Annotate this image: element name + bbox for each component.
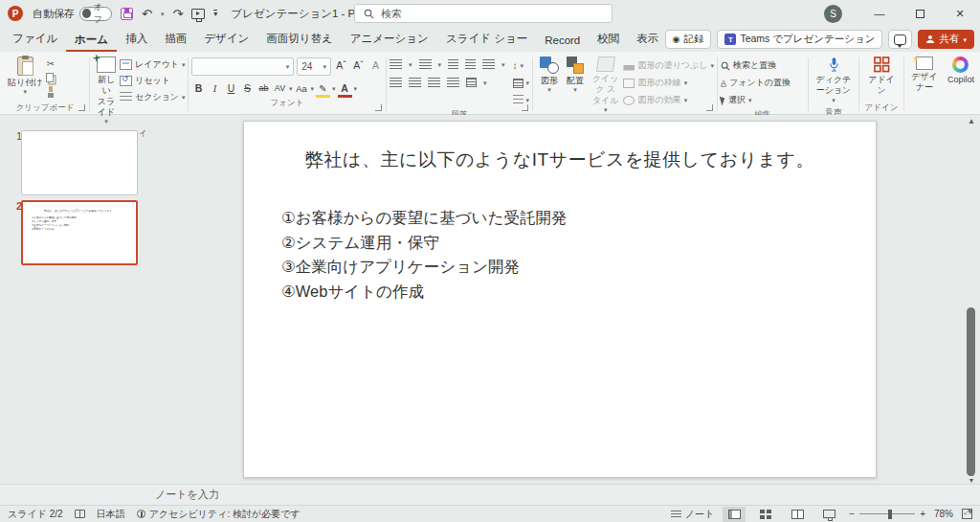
increase-indent-icon[interactable] xyxy=(465,59,476,69)
present-in-teams-button[interactable]: TTeams でプレゼンテーション xyxy=(717,30,882,49)
font-color-chevron-icon[interactable]: ▾ xyxy=(354,85,358,92)
cut-icon[interactable]: ✂ xyxy=(46,58,56,69)
quick-styles-button[interactable]: クイック スタイル ▾ xyxy=(588,55,623,115)
fit-slide-to-window-icon[interactable] xyxy=(962,509,972,519)
paste-button[interactable]: 貼り付け ▾ xyxy=(4,55,46,97)
tab-review[interactable]: 校閲 xyxy=(589,27,628,52)
thumbnail-slide-2[interactable]: 弊社は、主に以下のようなITサービスを提供しております。 ①お客様からの要望に基… xyxy=(21,200,138,265)
decrease-indent-icon[interactable] xyxy=(448,59,458,69)
select-button[interactable]: 選択▾ xyxy=(721,93,805,107)
tab-file[interactable]: ファイル xyxy=(4,27,66,52)
highlight-chevron-icon[interactable]: ▾ xyxy=(332,85,336,92)
align-center-icon[interactable] xyxy=(409,78,421,87)
bullets-icon[interactable] xyxy=(390,59,402,69)
share-button[interactable]: 共有 ▾ xyxy=(918,30,974,49)
reset-button[interactable]: リセット xyxy=(120,74,186,88)
next-slide-icon[interactable]: ▼ xyxy=(969,478,975,485)
minimize-button[interactable]: — xyxy=(859,0,900,27)
drawing-dialog-launcher-icon[interactable] xyxy=(706,104,713,111)
replace-fonts-button[interactable]: A̲フォントの置換 xyxy=(721,76,805,90)
account-avatar[interactable]: S xyxy=(824,5,842,23)
align-text-button[interactable]: ▾ xyxy=(513,76,530,90)
zoom-level[interactable]: 78% xyxy=(934,509,953,519)
zoom-out-icon[interactable]: − xyxy=(849,509,855,519)
tab-draw[interactable]: 描画 xyxy=(156,27,195,52)
clear-formatting-button[interactable]: A xyxy=(368,57,383,73)
scrollbar-track[interactable] xyxy=(964,127,979,461)
scroll-up-icon[interactable]: ▲ xyxy=(968,115,975,127)
thumbnail-slide-1[interactable] xyxy=(21,130,138,195)
tab-record[interactable]: Record xyxy=(536,30,589,52)
strikethrough-button[interactable]: ab xyxy=(256,80,271,96)
notes-pane[interactable]: ノートを入力 xyxy=(0,484,980,505)
addins-button[interactable]: アドイン xyxy=(862,55,901,99)
spell-check-button[interactable] xyxy=(75,510,85,518)
section-button[interactable]: セクション▾ xyxy=(120,90,186,104)
save-icon[interactable] xyxy=(121,8,133,20)
scrollbar-thumb[interactable] xyxy=(967,307,975,476)
clipboard-dialog-launcher-icon[interactable] xyxy=(78,104,85,111)
dictation-button[interactable]: ディクテーション ▾ xyxy=(812,55,856,105)
arrange-button[interactable]: 配置 ▾ xyxy=(563,55,588,95)
text-highlight-button[interactable]: ✎ xyxy=(316,80,330,96)
search-input[interactable]: 検索 xyxy=(354,4,612,23)
text-direction-button[interactable]: ↕▾ xyxy=(513,58,530,73)
tab-view[interactable]: 表示 xyxy=(628,27,667,52)
bold-button[interactable]: B xyxy=(191,80,206,96)
font-name-select[interactable]: ▾ xyxy=(191,57,294,76)
shrink-font-button[interactable]: Aˇ xyxy=(351,57,366,73)
zoom-track[interactable] xyxy=(859,513,915,514)
normal-view-button[interactable] xyxy=(723,507,746,522)
justify-icon[interactable] xyxy=(447,78,459,87)
shape-effects-button[interactable]: 図形の効果▾ xyxy=(623,93,714,107)
shadow-strike-button[interactable]: S xyxy=(240,80,255,96)
slideshow-view-button[interactable] xyxy=(817,507,840,522)
spacing-chevron-icon[interactable]: ▾ xyxy=(289,85,293,92)
align-right-icon[interactable] xyxy=(428,78,440,87)
reading-view-button[interactable] xyxy=(786,507,809,522)
align-left-icon[interactable] xyxy=(390,78,402,87)
comments-button[interactable] xyxy=(888,30,912,49)
notes-toggle-button[interactable]: ノート xyxy=(671,508,714,521)
layout-button[interactable]: レイアウト▾ xyxy=(120,57,186,72)
grow-font-button[interactable]: Aˆ xyxy=(334,57,348,73)
find-replace-button[interactable]: 検索と置換 xyxy=(721,58,805,73)
font-size-select[interactable]: 24▾ xyxy=(297,57,331,76)
font-dialog-launcher-icon[interactable] xyxy=(375,104,382,111)
paragraph-dialog-launcher-icon[interactable] xyxy=(522,104,528,111)
tab-design[interactable]: デザイン xyxy=(195,27,257,52)
accessibility-button[interactable]: アクセシビリティ: 検討が必要です xyxy=(137,508,301,521)
slide-body-text[interactable]: ①お客様からの要望に基づいた受託開発 ②システム運用・保守 ③企業向けアプリケー… xyxy=(281,206,876,304)
slide-title-text[interactable]: 弊社は、主に以下のようなITサービスを提供しております。 xyxy=(244,148,876,172)
copy-icon[interactable] xyxy=(46,73,54,82)
start-slideshow-icon[interactable] xyxy=(191,9,205,19)
undo-icon[interactable]: ↶ xyxy=(142,8,152,20)
columns-icon[interactable] xyxy=(466,78,477,87)
numbering-chevron-icon[interactable]: ▾ xyxy=(438,61,442,68)
shape-fill-button[interactable]: 図形の塗りつぶし▾ xyxy=(623,58,714,73)
vertical-scrollbar[interactable]: ▲ ▼ ▲ ▼ xyxy=(964,115,979,484)
slide-sorter-view-button[interactable] xyxy=(754,507,777,522)
slide-canvas[interactable]: 弊社は、主に以下のようなITサービスを提供しております。 ①お客様からの要望に基… xyxy=(243,121,877,478)
tab-insert[interactable]: 挿入 xyxy=(117,27,156,52)
numbering-icon[interactable] xyxy=(419,59,432,69)
zoom-thumb[interactable] xyxy=(888,510,892,519)
underline-button[interactable]: U xyxy=(224,80,238,96)
shape-outline-button[interactable]: 図形の枠線▾ xyxy=(623,76,714,90)
change-case-button[interactable]: Aa xyxy=(295,80,309,96)
bullets-chevron-icon[interactable]: ▾ xyxy=(409,61,412,68)
language-button[interactable]: 日本語 xyxy=(97,508,125,521)
character-spacing-button[interactable]: AV xyxy=(273,80,287,96)
designer-button[interactable]: デザイナー xyxy=(907,55,942,96)
line-spacing-icon[interactable] xyxy=(482,59,495,69)
format-painter-icon[interactable] xyxy=(46,86,56,98)
line-spacing-chevron-icon[interactable]: ▾ xyxy=(501,61,505,68)
autosave-switch[interactable]: オフ xyxy=(79,7,112,21)
tab-home[interactable]: ホーム xyxy=(66,28,117,53)
maximize-button[interactable] xyxy=(900,0,940,27)
undo-chevron-icon[interactable]: ▾ xyxy=(161,11,165,17)
shapes-button[interactable]: 図形 ▾ xyxy=(536,55,563,95)
copilot-button[interactable]: Copilot xyxy=(944,55,978,87)
autosave-toggle[interactable]: 自動保存 オフ xyxy=(33,7,112,21)
columns-chevron-icon[interactable]: ▾ xyxy=(483,79,487,86)
